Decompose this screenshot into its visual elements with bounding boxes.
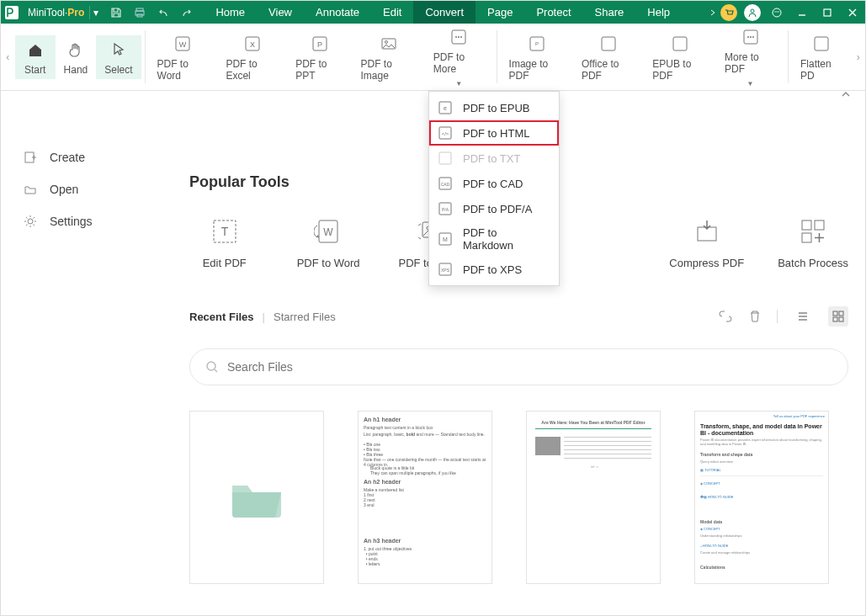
flatten-icon: [812, 35, 831, 53]
ribbon-pdf-to-image-label: PDF to Image: [360, 58, 416, 82]
tool-edit-pdf[interactable]: T Edit PDF: [189, 216, 259, 269]
tool-pdf-to-word-label: PDF to Word: [297, 257, 360, 269]
ribbon-select-label: Select: [104, 64, 132, 76]
svg-text:W: W: [179, 40, 187, 49]
minimize-button[interactable]: [789, 1, 815, 24]
menu-page[interactable]: Page: [476, 1, 524, 24]
svg-rect-45: [839, 311, 843, 316]
svg-point-4: [751, 9, 754, 13]
print-icon[interactable]: [128, 1, 151, 24]
tool-batch-label: Batch Process: [778, 257, 848, 269]
ribbon-flatten-label: Flatten PD: [800, 58, 842, 82]
menu-home[interactable]: Home: [204, 1, 257, 24]
trash-icon[interactable]: [748, 310, 762, 323]
sidebar-open[interactable]: Open: [1, 173, 169, 205]
dd-pdf-to-cad-label: PDF to CAD: [463, 178, 523, 190]
close-button[interactable]: [840, 1, 865, 24]
tool-batch-process[interactable]: Batch Process: [778, 216, 848, 269]
menu-overflow-icon[interactable]: [709, 8, 717, 17]
menubar: Home View Annotate Edit Convert Page Pro…: [204, 1, 682, 24]
ribbon-pdf-to-ppt[interactable]: P PDF to PPT: [287, 29, 352, 85]
redo-icon[interactable]: [175, 1, 199, 24]
word-icon: W: [173, 35, 192, 53]
pdf-to-more-dropdown: e PDF to EPUB </> PDF to HTML PDF to TXT…: [428, 91, 560, 286]
dd-pdf-to-markdown-label: PDF to Markdown: [463, 226, 550, 252]
menu-convert[interactable]: Convert: [413, 1, 476, 24]
svg-point-33: [28, 219, 33, 224]
title-dropdown[interactable]: ▾: [89, 6, 101, 19]
app-title: MiniTool·Pro: [23, 7, 89, 19]
dd-pdf-to-markdown[interactable]: M PDF to Markdown: [429, 221, 559, 257]
link-icon[interactable]: [718, 310, 733, 323]
ribbon-pdf-to-image[interactable]: PDF to Image: [352, 29, 424, 85]
tool-compress-pdf[interactable]: Compress PDF: [669, 216, 744, 269]
menu-help[interactable]: Help: [635, 1, 682, 24]
hand-icon: [66, 40, 85, 59]
ribbon-select[interactable]: Select: [96, 35, 141, 79]
menu-protect[interactable]: Protect: [524, 1, 582, 24]
svg-point-29: [750, 36, 752, 38]
ribbon-hand[interactable]: Hand: [56, 35, 97, 79]
dd-pdf-to-html-label: PDF to HTML: [463, 127, 529, 140]
ribbon-more-to-pdf[interactable]: More to PDF ▼: [716, 23, 784, 91]
starred-files-tab[interactable]: Starred Files: [274, 311, 336, 323]
dd-pdf-to-pdfa[interactable]: P/A PDF to PDF/A: [429, 196, 559, 221]
dd-pdf-to-xps[interactable]: XPS PDF to XPS: [429, 257, 559, 282]
sidebar-open-label: Open: [50, 183, 78, 196]
ribbon-office-to-pdf[interactable]: Office to PDF: [573, 29, 644, 85]
excel-icon: X: [243, 35, 262, 53]
dd-pdf-to-cad[interactable]: CAD PDF to CAD: [429, 171, 559, 196]
ribbon-start[interactable]: Start: [15, 35, 56, 79]
undo-icon[interactable]: [151, 1, 175, 24]
recent-bar: Recent Files | Starred Files: [189, 306, 848, 327]
svg-text:M: M: [443, 236, 448, 242]
search-input[interactable]: [227, 360, 832, 374]
sidebar-create[interactable]: Create: [1, 141, 169, 173]
cart-icon[interactable]: [720, 4, 737, 21]
thumb-1[interactable]: [189, 411, 324, 584]
thumb-3[interactable]: Are We Here: Have You Been at MiniTool P…: [526, 411, 661, 584]
sidebar: Create Open Settings: [1, 91, 169, 616]
cursor-icon: [109, 40, 128, 59]
save-icon[interactable]: [104, 1, 128, 24]
ribbon-pdf-to-word[interactable]: W PDF to Word: [149, 29, 218, 85]
ribbon-epub-to-pdf[interactable]: EPUB to PDF: [644, 29, 716, 85]
tool-pdf-to-word[interactable]: W PDF to Word: [293, 216, 363, 269]
svg-point-48: [207, 362, 215, 370]
search-box[interactable]: [189, 348, 848, 385]
menu-edit[interactable]: Edit: [371, 1, 413, 24]
maximize-button[interactable]: [815, 1, 840, 24]
dd-pdf-to-epub[interactable]: e PDF to EPUB: [429, 95, 559, 120]
more-convert-icon: [449, 28, 468, 46]
ribbon-epub-to-pdf-label: EPUB to PDF: [652, 58, 708, 82]
svg-point-21: [458, 36, 460, 38]
ribbon-scroll-right[interactable]: ›: [851, 24, 865, 90]
sidebar-settings[interactable]: Settings: [1, 205, 169, 237]
notification-icon[interactable]: [764, 1, 789, 24]
epub-icon: e: [438, 100, 454, 115]
thumb2-h2: An h2 header: [364, 479, 486, 486]
thumb-2[interactable]: An h1 header Paragraph text content in a…: [358, 411, 492, 584]
thumb-4[interactable]: Tell us about your PDF experience Transf…: [694, 411, 829, 584]
ribbon-image-to-pdf[interactable]: P Image to PDF: [501, 29, 573, 85]
ribbon-flatten-pdf[interactable]: Flatten PD: [792, 29, 851, 85]
menu-annotate[interactable]: Annotate: [304, 1, 371, 24]
ribbon-scroll-left[interactable]: ‹: [1, 24, 15, 90]
account-icon[interactable]: [744, 4, 761, 21]
sidebar-create-label: Create: [50, 151, 85, 164]
tab-separator: |: [263, 311, 265, 323]
grid-view-button[interactable]: [828, 306, 848, 327]
batch-icon: [798, 216, 828, 247]
ribbon-pdf-to-excel[interactable]: X PDF to Excel: [217, 29, 287, 85]
dd-pdf-to-txt: PDF to TXT: [429, 146, 559, 171]
recent-files-tab[interactable]: Recent Files: [189, 311, 254, 323]
dd-pdf-to-html[interactable]: </> PDF to HTML: [429, 120, 559, 146]
menu-view[interactable]: View: [257, 1, 304, 24]
open-icon: [23, 182, 38, 197]
menu-share[interactable]: Share: [583, 1, 636, 24]
ribbon-pdf-to-more[interactable]: PDF to More ▼: [425, 23, 493, 91]
ribbon-pdf-to-more-label: PDF to More: [433, 51, 485, 75]
list-view-button[interactable]: [793, 306, 813, 327]
svg-text:X: X: [250, 40, 255, 49]
xps-icon: XPS: [438, 262, 454, 277]
